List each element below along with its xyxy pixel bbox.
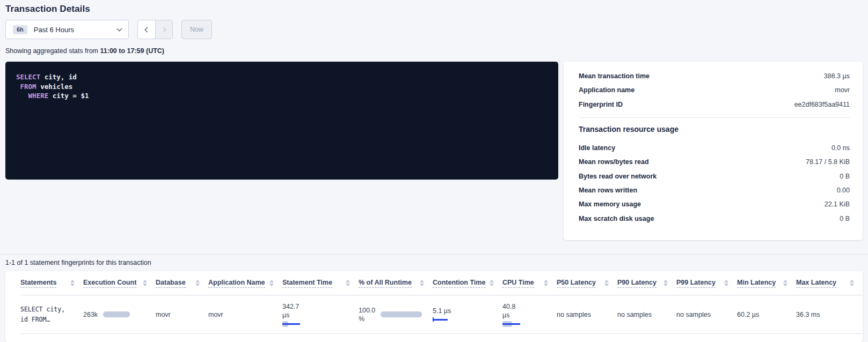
summary-label: Application name xyxy=(579,86,634,94)
summary-row: Mean transaction time 386.3 µs xyxy=(579,69,850,83)
column-header-execution-count[interactable]: Execution Count xyxy=(83,279,136,288)
resource-row: Bytes read over network 0 B xyxy=(579,169,850,183)
time-range-label: Past 6 Hours xyxy=(34,26,111,34)
resource-value: 0.00 xyxy=(837,187,850,194)
summary-value: ee2df683f5aa9411 xyxy=(794,101,850,108)
resource-label: Max scratch disk usage xyxy=(579,215,654,222)
now-button[interactable]: Now xyxy=(181,20,212,39)
cpu-time-cell: 40.8 µs xyxy=(502,302,557,327)
sql-statement-box: SELECT city, id FROM vehicles WHERE city… xyxy=(5,62,558,180)
execution-count-bar xyxy=(103,311,130,317)
sort-icon[interactable] xyxy=(544,280,548,286)
sort-icon[interactable] xyxy=(346,280,350,286)
statement-link[interactable]: SELECT city,id FROM… xyxy=(20,304,83,325)
statement-time-value: 342.7 xyxy=(282,302,359,311)
resource-row: Mean rows written 0.00 xyxy=(579,183,850,197)
contention-time-value: 5.1 µs xyxy=(433,307,502,315)
column-header-p50-latency[interactable]: P50 Latency xyxy=(557,279,596,288)
sort-icon[interactable] xyxy=(420,280,424,286)
column-header-database[interactable]: Database xyxy=(156,279,186,288)
statement-time-cell: 342.7 µs xyxy=(282,302,359,327)
sql-keyword: WHERE xyxy=(16,92,48,100)
sql-line: FROM vehicles xyxy=(16,82,548,92)
summary-row: Application name movr xyxy=(579,83,850,97)
column-header-max-latency[interactable]: Max Latency xyxy=(796,279,836,288)
resource-label: Idle latency xyxy=(579,144,615,152)
resource-row: Mean rows/bytes read 78.17 / 5.8 KiB xyxy=(579,155,850,169)
transaction-summary-panel: Mean transaction time 386.3 µs Applicati… xyxy=(564,62,863,240)
application-name-cell: movr xyxy=(208,311,282,318)
sort-icon[interactable] xyxy=(850,280,854,286)
statements-table: Statements Execution Count Database Appl… xyxy=(5,271,863,342)
sql-line: WHERE city = $1 xyxy=(16,91,548,101)
resource-row: Max scratch disk usage 0 B xyxy=(579,211,850,225)
resource-label: Mean rows written xyxy=(579,187,637,194)
statement-time-unit: µs xyxy=(282,311,359,319)
next-time-button[interactable] xyxy=(155,20,172,39)
statement-time-bar xyxy=(282,321,359,327)
table-header-row: Statements Execution Count Database Appl… xyxy=(20,271,863,295)
sql-text: vehicles xyxy=(37,83,73,91)
sort-icon[interactable] xyxy=(663,280,668,286)
contention-time-bar xyxy=(433,317,448,322)
column-header-min-latency[interactable]: Min Latency xyxy=(737,279,776,288)
page-title: Transaction Details xyxy=(5,0,863,14)
min-latency-cell: 60.2 µs xyxy=(737,311,796,318)
sql-text: city = $1 xyxy=(48,92,89,100)
table-row: SELECT city,id FROM… 263k movr movr 342.… xyxy=(20,295,863,334)
max-latency-cell: 36.3 ms xyxy=(796,311,863,318)
chevron-down-icon xyxy=(117,26,122,31)
resource-row: Max memory usage 22.1 KiB xyxy=(579,197,850,211)
sort-icon[interactable] xyxy=(724,280,728,286)
summary-label: Fingerprint ID xyxy=(579,101,623,108)
time-nav-group xyxy=(137,20,173,39)
chevron-left-icon xyxy=(145,27,150,32)
sql-keyword: SELECT xyxy=(16,73,40,81)
column-header-statement-time[interactable]: Statement Time xyxy=(282,279,332,288)
sort-icon[interactable] xyxy=(783,280,787,286)
runtime-pct-bar xyxy=(381,311,422,317)
resource-value: 0 B xyxy=(840,173,850,180)
sort-icon[interactable] xyxy=(143,280,147,286)
summary-row: Fingerprint ID ee2df683f5aa9411 xyxy=(579,98,850,111)
p90-latency-cell: no samples xyxy=(617,311,676,318)
stats-caption-prefix: Showing aggregated stats from xyxy=(5,47,100,55)
sort-icon[interactable] xyxy=(604,280,609,286)
sort-icon[interactable] xyxy=(269,280,274,286)
time-range-badge: 6h xyxy=(13,25,27,34)
resource-row: Idle latency 0.0 ns xyxy=(579,141,850,155)
stats-caption-range: 11:00 to 17:59 (UTC) xyxy=(100,47,164,55)
sql-keyword: FROM xyxy=(16,83,37,91)
time-range-dropdown[interactable]: 6h Past 6 Hours xyxy=(5,20,129,39)
time-picker-row: 6h Past 6 Hours Now xyxy=(5,20,863,39)
section-divider xyxy=(0,254,868,255)
column-header-p90-latency[interactable]: P90 Latency xyxy=(617,279,657,288)
resource-value: 22.1 KiB xyxy=(825,200,850,208)
cpu-time-bar xyxy=(502,321,557,327)
statement-line1: SELECT city, xyxy=(20,306,65,313)
resource-label: Max memory usage xyxy=(579,200,641,208)
sort-icon[interactable] xyxy=(195,280,200,286)
prev-time-button[interactable] xyxy=(138,20,155,39)
column-header-contention-time[interactable]: Contention Time xyxy=(433,279,485,288)
chevron-right-icon xyxy=(161,27,166,32)
column-header-application-name[interactable]: Application Name xyxy=(208,279,265,288)
resource-label: Bytes read over network xyxy=(579,173,657,180)
cpu-time-value: 40.8 xyxy=(502,302,557,311)
column-header-cpu-time[interactable]: CPU Time xyxy=(502,279,534,288)
resource-label: Mean rows/bytes read xyxy=(579,158,649,166)
runtime-pct-value: 100.0 xyxy=(359,306,375,315)
database-cell: movr xyxy=(156,311,208,318)
sort-icon[interactable] xyxy=(490,280,494,286)
column-header-p99-latency[interactable]: P99 Latency xyxy=(676,279,716,288)
statement-line2: id FROM… xyxy=(20,316,50,323)
runtime-pct-unit: % xyxy=(359,315,375,323)
summary-label: Mean transaction time xyxy=(579,72,650,80)
column-header-statements[interactable]: Statements xyxy=(20,279,56,288)
p50-latency-cell: no samples xyxy=(557,311,617,318)
execution-count-cell: 263k xyxy=(83,311,156,318)
runtime-pct-cell: 100.0 % xyxy=(359,306,433,323)
sort-icon[interactable] xyxy=(70,280,75,286)
summary-value: movr xyxy=(835,86,850,94)
column-header-runtime-pct[interactable]: % of All Runtime xyxy=(359,279,412,288)
